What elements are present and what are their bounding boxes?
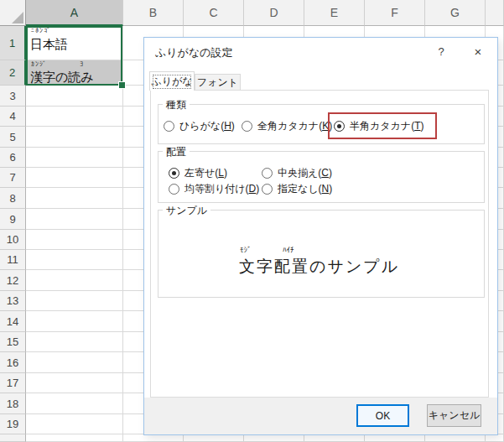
radio-label: ひらがな(H) [179,119,235,133]
radio-label: 指定なし(N) [278,182,332,196]
cell-A2[interactable]: 漢字の読み [30,70,94,86]
excel-window: 19181716151413121110987654321GFEDCBA ﾆﾎﾝ… [0,0,504,442]
accel-char: L [218,167,224,179]
radio-label: 中央揃え(C) [278,166,332,180]
dialog-title: ふりがなの設定 [155,45,233,60]
accel-char: N [322,183,330,195]
ok-button[interactable]: OK [356,404,409,427]
row-header-9[interactable]: 9 [0,209,26,230]
alignment-group: 配置 左寄せ(L) 中央揃え(C) 均等割り付け(D) 指定なし(N) [158,151,485,203]
sample-group-label: サンプル [163,204,210,218]
radio-circle [242,121,252,132]
row-header-15[interactable]: 15 [0,332,26,352]
radio-label: 半角カタカナ(T) [350,119,423,133]
radio-label: 均等割り付け(D) [184,182,259,196]
row-header-13[interactable]: 13 [0,291,26,311]
row-header-10[interactable]: 10 [0,230,26,250]
radio-circle [164,121,174,132]
radio-zenkaku-katakana[interactable]: 全角カタカナ(K) [242,119,332,133]
radio-label: 全角カタカナ(K) [257,119,332,133]
radio-align-center[interactable]: 中央揃え(C) [262,166,332,179]
select-all-triangle [12,12,23,23]
radio-circle [169,168,179,179]
row-header-5[interactable]: 5 [0,127,26,148]
sample-furigana-second: ﾊｲﾁ [283,246,294,254]
row-header-1[interactable]: 1 [0,26,26,60]
row-header-14[interactable]: 14 [0,311,26,332]
type-group: 種類 ひらがな(H) 全角カタカナ(K) 半角カタカナ(T) [158,104,485,144]
row-header-2[interactable]: 2 [0,60,26,86]
row-header-17[interactable]: 17 [0,373,26,393]
sample-furigana-first: ﾓｼﾞ [240,246,252,254]
radio-hankaku-katakana[interactable]: 半角カタカナ(T) [334,119,423,133]
row-header-3[interactable]: 3 [0,86,26,107]
accel-char: C [321,167,329,179]
column-header-A[interactable]: A [26,0,123,26]
row-header-12[interactable]: 12 [0,270,26,291]
sample-text: 文字配置のサンプル [239,256,399,278]
tab-furigana-label: ふりがな [151,75,192,89]
row-header-18[interactable]: 18 [0,393,26,414]
radio-circle [169,184,179,195]
column-header-C[interactable]: C [184,0,244,26]
tab-font-label: フォント [197,75,238,90]
tab-furigana[interactable]: ふりがな [149,71,195,91]
sample-group: サンプル ﾓｼﾞ ﾊｲﾁ 文字配置のサンプル [158,210,485,298]
column-header-E[interactable]: E [304,0,365,26]
radio-align-none[interactable]: 指定なし(N) [262,182,332,195]
radio-align-left[interactable]: 左寄せ(L) [169,166,227,179]
accel-char: H [224,120,231,132]
row-header-19[interactable]: 19 [0,414,26,434]
help-icon[interactable]: ? [432,42,450,60]
row-header-8[interactable]: 8 [0,188,26,209]
type-group-label: 種類 [163,98,190,112]
column-header-partial[interactable] [486,0,504,26]
row-header-16[interactable]: 16 [0,352,26,373]
tab-font[interactable]: フォント [195,74,241,90]
column-header-G[interactable]: G [425,0,486,26]
row-header-6[interactable]: 6 [0,148,26,168]
row-header-4[interactable]: 4 [0,107,26,127]
red-highlight-box: 半角カタカナ(T) [328,112,437,139]
column-header-F[interactable]: F [365,0,425,26]
alignment-group-label: 配置 [163,145,190,159]
radio-align-distributed[interactable]: 均等割り付け(D) [169,182,259,195]
row-header-partial[interactable] [0,434,26,442]
selection-fill-handle[interactable] [118,81,126,89]
cell-A2-furigana-main: ｶﾝｼﾞ [31,60,47,68]
column-header-D[interactable]: D [244,0,304,26]
row-header-11[interactable]: 11 [0,250,26,270]
radio-circle [262,184,273,195]
close-icon[interactable]: × [469,42,487,60]
cell-A1-furigana: ﾆﾎﾝｺﾞ [31,27,51,34]
cancel-button[interactable]: キャンセル [427,404,481,427]
select-all-corner[interactable] [0,0,26,26]
dialog-titlebar[interactable]: ふりがなの設定 ? × [144,38,497,70]
column-header-B[interactable]: B [123,0,184,26]
radio-circle [262,168,273,179]
dialog-footer: OK キャンセル [144,398,497,434]
tab-page-furigana: 種類 ひらがな(H) 全角カタカナ(K) 半角カタカナ(T) 配置 [150,90,489,398]
radio-hiragana[interactable]: ひらがな(H) [164,119,235,133]
row-header-7[interactable]: 7 [0,168,26,188]
radio-label: 左寄せ(L) [184,166,227,180]
cell-A1[interactable]: 日本語 [30,37,68,53]
radio-circle [334,121,345,132]
accel-char: D [249,183,257,195]
cell-A2-furigana-second: ﾖ [80,60,84,68]
furigana-settings-dialog: ふりがなの設定 ? × ふりがな フォント 種類 ひらがな(H) 全角カタカナ(… [143,37,498,435]
